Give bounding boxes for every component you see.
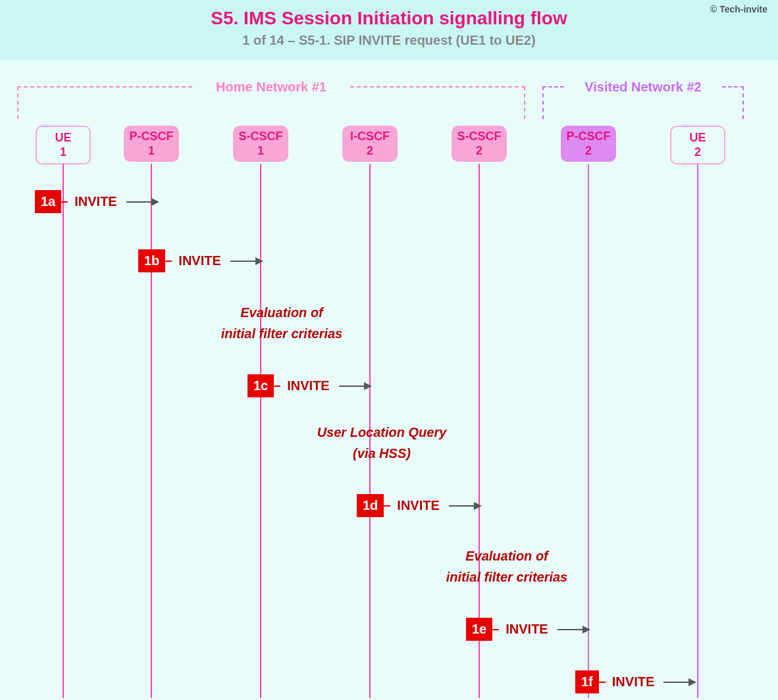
lifeline-ue1 bbox=[63, 164, 64, 698]
lifeline-pcscf1 bbox=[151, 164, 152, 698]
page-title: S5. IMS Session Initiation signalling fl… bbox=[0, 8, 778, 29]
step-1c: 1cINVITE bbox=[247, 374, 371, 397]
tick-icon bbox=[492, 629, 499, 630]
arrow-right-icon bbox=[230, 261, 262, 262]
step-1f: 1fINVITE bbox=[575, 670, 695, 693]
lifeline-scscf1 bbox=[260, 164, 261, 698]
arrow-right-icon bbox=[558, 629, 589, 630]
step-badge-1b: 1b bbox=[138, 249, 165, 272]
step-1d: 1dINVITE bbox=[357, 494, 480, 517]
copyright-label: © Tech-invite bbox=[710, 4, 767, 14]
arrow-right-icon bbox=[663, 682, 695, 683]
actor-box-pcscf2: P-CSCF2 bbox=[561, 126, 616, 162]
actor-box-icscf2: I-CSCF2 bbox=[342, 126, 398, 162]
home-network-label: Home Network #1 bbox=[199, 80, 344, 95]
home-network-bracket-right bbox=[350, 86, 525, 119]
step-badge-1d: 1d bbox=[357, 494, 384, 517]
visited-network-label: Visited Network #2 bbox=[571, 80, 715, 95]
actor-ue2: UE2 bbox=[670, 126, 725, 164]
visited-network-bracket-left bbox=[542, 86, 564, 119]
actor-ue1: UE1 bbox=[36, 126, 91, 164]
step-1b: 1bINVITE bbox=[138, 249, 262, 272]
tick-icon bbox=[599, 682, 606, 683]
actor-box-pcscf1: P-CSCF1 bbox=[124, 126, 179, 162]
step-badge-1f: 1f bbox=[575, 670, 599, 693]
note-2: Evaluation ofinitial filter criterias bbox=[421, 545, 592, 588]
step-msg-1c: INVITE bbox=[287, 378, 329, 393]
note-0: Evaluation ofinitial filter criterias bbox=[196, 302, 367, 344]
visited-network-bracket-right bbox=[722, 86, 744, 119]
actor-scscf1: S-CSCF1 bbox=[233, 126, 288, 162]
arrow-right-icon bbox=[449, 505, 480, 507]
step-msg-1a: INVITE bbox=[74, 194, 117, 209]
arrow-right-icon bbox=[126, 201, 158, 203]
arrow-right-icon bbox=[339, 386, 371, 387]
actor-box-ue1: UE1 bbox=[36, 126, 91, 164]
step-msg-1e: INVITE bbox=[506, 622, 548, 637]
actor-pcscf2: P-CSCF2 bbox=[561, 126, 616, 162]
home-network-bracket-left bbox=[17, 86, 192, 119]
page-subtitle: 1 of 14 – S5-1. SIP INVITE request (UE1 … bbox=[0, 33, 778, 48]
actor-box-scscf2: S-CSCF2 bbox=[452, 126, 507, 162]
actor-scscf2: S-CSCF2 bbox=[452, 126, 507, 162]
step-msg-1b: INVITE bbox=[178, 253, 220, 268]
actor-box-scscf1: S-CSCF1 bbox=[233, 126, 288, 162]
step-msg-1d: INVITE bbox=[397, 498, 439, 513]
tick-icon bbox=[274, 386, 280, 387]
lifeline-ue2 bbox=[697, 164, 698, 698]
page-header: S5. IMS Session Initiation signalling fl… bbox=[0, 0, 778, 60]
step-badge-1a: 1a bbox=[35, 190, 61, 213]
step-1a: 1aINVITE bbox=[35, 190, 158, 213]
tick-icon bbox=[61, 201, 68, 203]
sequence-canvas: Home Network #1Visited Network #2UE1P-CS… bbox=[0, 60, 778, 698]
step-msg-1f: INVITE bbox=[612, 674, 654, 689]
actor-box-ue2: UE2 bbox=[670, 126, 725, 164]
actor-icscf2: I-CSCF2 bbox=[342, 126, 398, 162]
tick-icon bbox=[165, 261, 172, 262]
step-badge-1c: 1c bbox=[247, 374, 274, 397]
step-badge-1e: 1e bbox=[466, 618, 492, 641]
tick-icon bbox=[384, 505, 390, 507]
step-1e: 1eINVITE bbox=[466, 618, 589, 641]
actor-pcscf1: P-CSCF1 bbox=[124, 126, 179, 162]
note-1: User Location Query(via HSS) bbox=[296, 422, 467, 464]
